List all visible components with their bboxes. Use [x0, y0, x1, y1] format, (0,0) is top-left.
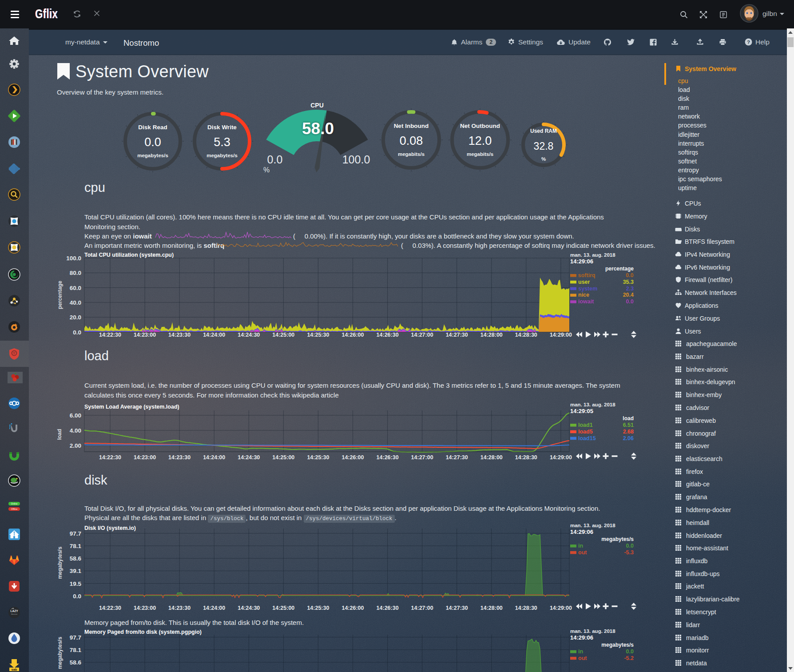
svg-text:softirq: softirq [578, 272, 596, 278]
svg-text:iowait: iowait [578, 298, 594, 305]
svg-text:System Load Average (system.lo: System Load Average (system.load) [84, 404, 179, 410]
svg-text:0.0: 0.0 [626, 648, 634, 655]
svg-text:80.0: 80.0 [70, 270, 81, 276]
svg-text:megabits/s: megabits/s [398, 151, 425, 157]
svg-text:14:23:00: 14:23:00 [134, 454, 156, 461]
svg-text:14:27:00: 14:27:00 [411, 605, 433, 611]
svg-text:14:28:30: 14:28:30 [515, 454, 537, 461]
svg-text:14:27:00: 14:27:00 [411, 332, 433, 338]
svg-text:14:29:05: 14:29:05 [570, 408, 593, 414]
svg-text:percentage: percentage [57, 281, 63, 309]
svg-text:32.8: 32.8 [534, 140, 554, 152]
svg-text:14:23:30: 14:23:30 [168, 332, 191, 338]
svg-text:14:24:30: 14:24:30 [238, 605, 260, 611]
svg-text:megabytes/s: megabytes/s [57, 636, 63, 669]
svg-text:nice: nice [578, 292, 589, 298]
svg-text:megabytes/s: megabytes/s [57, 546, 63, 579]
svg-text:35.3: 35.3 [623, 279, 634, 285]
svg-text:man. 13. aug. 2018: man. 13. aug. 2018 [570, 252, 615, 258]
svg-text:load1: load1 [578, 422, 593, 428]
svg-text:14:22:30: 14:22:30 [99, 332, 121, 338]
svg-text:20.4: 20.4 [623, 292, 634, 298]
svg-text:100.0: 100.0 [66, 255, 81, 262]
svg-text:14:28:00: 14:28:00 [480, 332, 503, 338]
svg-text:man. 13. aug. 2018: man. 13. aug. 2018 [570, 523, 615, 528]
svg-text:20.0: 20.0 [70, 314, 81, 321]
svg-text:CPU: CPU [310, 102, 324, 109]
svg-text:?: ? [747, 40, 750, 45]
svg-text:14:26:00: 14:26:00 [341, 454, 364, 461]
svg-text:14:23:00: 14:23:00 [134, 605, 156, 611]
svg-text:14:29:00: 14:29:00 [550, 605, 572, 611]
svg-text:14:27:30: 14:27:30 [446, 605, 468, 611]
svg-text:14:26:30: 14:26:30 [377, 454, 399, 461]
svg-text:14:24:30: 14:24:30 [238, 332, 260, 338]
svg-text:Net Outbound: Net Outbound [460, 123, 500, 129]
svg-text:14:25:30: 14:25:30 [307, 332, 329, 338]
svg-text:Offline: Offline [11, 508, 18, 510]
svg-text:megabits/s: megabits/s [467, 151, 493, 157]
svg-text:Online: Online [11, 502, 18, 505]
svg-text:14:29:06: 14:29:06 [570, 258, 593, 265]
svg-text:0.0: 0.0 [626, 272, 634, 278]
svg-text:2.68: 2.68 [623, 429, 634, 435]
svg-text:0.0: 0.0 [267, 153, 283, 166]
svg-text:100.0: 100.0 [342, 153, 370, 166]
svg-text:14:24:00: 14:24:00 [203, 605, 225, 611]
svg-text:14:29:06: 14:29:06 [570, 634, 593, 641]
svg-text:2.3: 2.3 [626, 286, 634, 292]
svg-text:out: out [578, 655, 587, 661]
svg-text:14:29:00: 14:29:00 [550, 454, 572, 461]
svg-text:system: system [578, 286, 597, 292]
svg-text:Memory Paged from/to disk (sys: Memory Paged from/to disk (system.pgpgio… [84, 629, 202, 635]
svg-text:14:25:30: 14:25:30 [307, 454, 329, 461]
svg-text:0.0: 0.0 [73, 329, 81, 336]
svg-text:Disk Write: Disk Write [207, 124, 237, 131]
svg-text:2.00: 2.00 [70, 442, 81, 449]
svg-text:sab: sab [12, 668, 17, 672]
svg-text:14:26:00: 14:26:00 [341, 332, 364, 338]
svg-text:percentage: percentage [605, 266, 634, 272]
svg-text:man. 13. aug. 2018: man. 13. aug. 2018 [570, 402, 615, 407]
svg-text:-5.2: -5.2 [624, 655, 634, 661]
svg-text:megabytes/s: megabytes/s [206, 153, 238, 158]
svg-text:4.00: 4.00 [70, 427, 81, 434]
svg-text:Total CPU utilization (system.: Total CPU utilization (system.cpu) [84, 252, 174, 258]
svg-text:man. 13. aug. 2018: man. 13. aug. 2018 [570, 628, 615, 634]
svg-text:78.1: 78.1 [70, 543, 82, 549]
svg-text:14:25:00: 14:25:00 [272, 605, 294, 611]
svg-text:Disk Read: Disk Read [138, 124, 167, 131]
svg-text:LAZY: LAZY [11, 609, 19, 612]
svg-text:load: load [623, 415, 634, 421]
svg-text:14:29:00: 14:29:00 [550, 332, 572, 338]
svg-text:12.0: 12.0 [468, 134, 492, 147]
svg-text:14:29:06: 14:29:06 [570, 529, 593, 535]
svg-text:user: user [578, 279, 590, 285]
svg-text:%: % [541, 156, 546, 162]
svg-text:14:24:00: 14:24:00 [203, 454, 225, 461]
svg-text:14:27:30: 14:27:30 [446, 332, 468, 338]
svg-text:in: in [578, 648, 583, 655]
svg-text:14:24:30: 14:24:30 [238, 454, 260, 461]
svg-text:load: load [56, 429, 63, 440]
svg-text:6.51: 6.51 [623, 422, 634, 428]
svg-text:load5: load5 [578, 429, 593, 435]
svg-text:Used RAM: Used RAM [530, 128, 557, 134]
svg-text:14:27:00: 14:27:00 [411, 454, 433, 461]
svg-text:14:25:30: 14:25:30 [307, 605, 329, 611]
svg-text:14:28:00: 14:28:00 [480, 605, 503, 611]
svg-text:78.1: 78.1 [70, 647, 82, 653]
svg-text:58.6: 58.6 [70, 555, 82, 562]
svg-text:14:26:00: 14:26:00 [341, 605, 364, 611]
svg-text:6.00: 6.00 [70, 412, 81, 419]
svg-text:14:26:30: 14:26:30 [377, 332, 399, 338]
svg-text:0.0: 0.0 [144, 135, 161, 149]
svg-text:14:23:30: 14:23:30 [168, 454, 191, 461]
svg-text:14:23:30: 14:23:30 [168, 605, 191, 611]
svg-text:0.08: 0.08 [400, 134, 423, 147]
svg-text:librarian: librarian [11, 613, 17, 615]
svg-text:60.0: 60.0 [70, 285, 81, 291]
svg-text:14:24:00: 14:24:00 [203, 332, 225, 338]
svg-text:14:28:00: 14:28:00 [480, 454, 503, 461]
svg-text:in: in [578, 543, 583, 549]
